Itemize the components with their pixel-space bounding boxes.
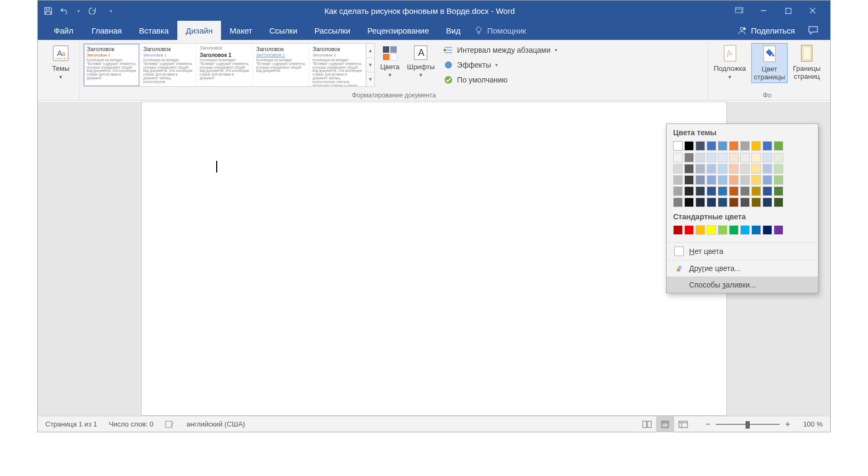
themes-button[interactable]: Aa Темы ▼ [45,43,76,81]
tab-references[interactable]: Ссылки [261,21,306,40]
color-swatch[interactable] [718,164,727,174]
save-icon[interactable] [43,6,53,15]
zoom-slider[interactable] [716,424,780,425]
close-icon[interactable] [800,1,825,21]
color-swatch[interactable] [695,175,705,185]
document-page[interactable] [141,102,727,416]
color-swatch[interactable] [673,164,683,174]
color-swatch[interactable] [751,186,761,196]
color-swatch[interactable] [740,153,750,162]
color-swatch[interactable] [729,186,739,196]
tab-view[interactable]: Вид [438,21,469,40]
tab-insert[interactable]: Вставка [130,21,177,40]
no-color-item[interactable]: Нет цвета [667,242,818,260]
print-layout-icon[interactable] [656,416,674,432]
color-swatch[interactable] [695,164,705,174]
minimize-icon[interactable] [751,1,776,21]
color-swatch[interactable] [740,164,750,174]
color-swatch[interactable] [774,153,783,162]
gallery-item[interactable]: Заголовок Заголовок 1 Коллекция на вклад… [309,44,366,86]
color-swatch[interactable] [707,186,716,196]
color-swatch[interactable] [740,175,750,185]
ribbon-options-icon[interactable] [727,1,751,21]
color-swatch[interactable] [729,153,739,162]
page-color-button[interactable]: Цвет страницы [751,43,788,83]
tab-review[interactable]: Рецензирование [359,21,438,40]
color-swatch[interactable] [774,225,783,235]
color-swatch[interactable] [695,198,705,207]
gallery-more-icon[interactable]: ▼ [366,72,374,86]
color-swatch[interactable] [751,175,761,185]
fill-effects-item[interactable]: Способы заливки... [667,276,818,293]
undo-icon[interactable] [60,6,70,15]
watermark-button[interactable]: A Подложка ▼ [711,43,748,81]
tab-file[interactable]: Файл [44,21,83,40]
color-swatch[interactable] [718,141,727,151]
gallery-scroll-up-icon[interactable]: ▲ [366,44,374,58]
color-swatch[interactable] [740,198,750,207]
maximize-icon[interactable] [776,1,800,21]
page-borders-button[interactable]: Границы страниц [791,43,823,82]
color-swatch[interactable] [673,186,683,196]
comments-icon[interactable] [803,21,824,40]
color-swatch[interactable] [774,198,783,207]
color-swatch[interactable] [774,186,783,196]
color-swatch[interactable] [718,153,727,162]
color-swatch[interactable] [718,186,727,196]
color-swatch[interactable] [740,186,750,196]
tab-home[interactable]: Главная [83,21,130,40]
color-swatch[interactable] [729,164,739,174]
gallery-scrollbar[interactable]: ▲ ▼ ▼ [366,43,375,87]
color-swatch[interactable] [740,225,750,235]
set-default-button[interactable]: По умолчанию [443,73,557,87]
gallery-item[interactable]: Заголовок ЗАГОЛОВОК 1 Коллекция на вклад… [253,44,309,86]
color-swatch[interactable] [763,175,772,185]
tell-me-search[interactable]: Помощник [469,21,531,40]
color-swatch[interactable] [774,175,783,185]
gallery-scroll-down-icon[interactable]: ▼ [366,58,374,72]
tab-design[interactable]: Дизайн [177,21,221,40]
color-swatch[interactable] [751,225,761,235]
color-swatch[interactable] [707,225,716,235]
color-swatch[interactable] [729,175,739,185]
color-swatch[interactable] [684,175,694,185]
zoom-in-icon[interactable]: + [784,420,791,429]
gallery-item[interactable]: Заголовок Заголовок 1 Коллекция на вклад… [140,44,196,86]
colors-button[interactable]: Цвета ▼ [378,43,402,79]
fonts-button[interactable]: A Шрифты ▼ [405,43,437,79]
color-swatch[interactable] [763,153,772,162]
color-swatch[interactable] [718,175,727,185]
color-swatch[interactable] [751,198,761,207]
color-swatch[interactable] [673,198,683,207]
color-swatch[interactable] [673,141,683,151]
redo-icon[interactable] [87,6,97,15]
color-swatch[interactable] [718,225,727,235]
color-swatch[interactable] [763,186,772,196]
gallery-item[interactable]: Заголовок Заголовок 1 Коллекция на вклад… [84,44,140,86]
paragraph-spacing-button[interactable]: Интервал между абзацами ▾ [443,43,557,57]
color-swatch[interactable] [684,141,694,151]
spell-check-icon[interactable] [165,420,175,429]
tab-mailings[interactable]: Рассылки [306,21,358,40]
color-swatch[interactable] [684,186,694,196]
tab-layout[interactable]: Макет [221,21,260,40]
color-swatch[interactable] [740,141,750,151]
more-colors-item[interactable]: Другие цвета... [667,260,818,276]
share-button[interactable]: Поделиться [730,21,803,40]
color-swatch[interactable] [673,225,683,235]
color-swatch[interactable] [695,225,705,235]
color-swatch[interactable] [774,141,783,151]
read-mode-icon[interactable] [638,416,656,432]
color-swatch[interactable] [751,153,761,162]
color-swatch[interactable] [707,175,716,185]
color-swatch[interactable] [707,164,716,174]
color-swatch[interactable] [695,153,705,162]
color-swatch[interactable] [763,225,772,235]
gallery-item[interactable]: Заголовок Заголовок 1 Коллекция на вклад… [196,44,253,86]
color-swatch[interactable] [763,198,772,207]
zoom-level[interactable]: 100 % [803,420,823,428]
color-swatch[interactable] [684,225,694,235]
color-swatch[interactable] [673,175,683,185]
color-swatch[interactable] [707,198,716,207]
color-swatch[interactable] [774,164,783,174]
